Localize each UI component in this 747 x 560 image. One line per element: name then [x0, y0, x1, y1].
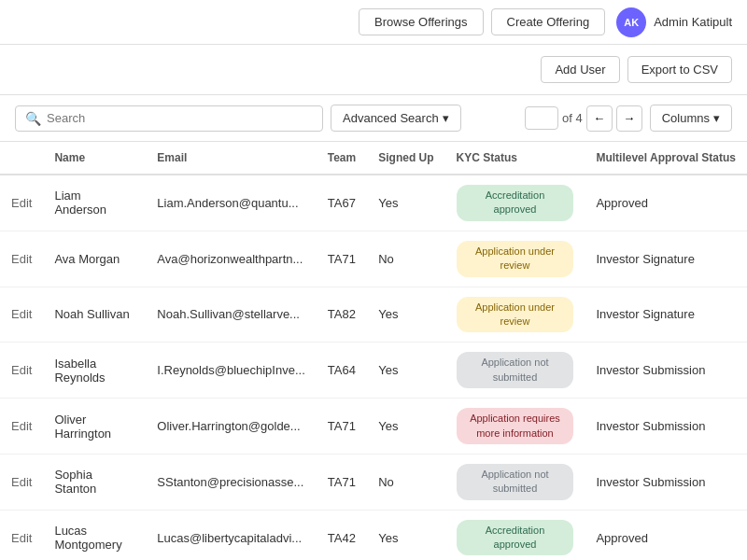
team-cell: TA71 [317, 231, 367, 287]
email-cell: Noah.Sullivan@stellarve... [146, 287, 316, 343]
signed-up-cell: Yes [367, 343, 444, 399]
kyc-status-cell: Accreditation approved [445, 510, 585, 560]
kyc-status-badge: Application under review [457, 241, 574, 277]
edit-cell: Edit [0, 231, 43, 287]
pagination: 1 of 4 ← → [525, 105, 642, 132]
email-cell: I.Reynolds@bluechipInve... [146, 343, 316, 399]
kyc-status-badge: Application not submitted [457, 352, 574, 388]
col-signed-up: Signed Up [367, 142, 444, 175]
edit-cell: Edit [0, 510, 43, 560]
email-cell: SStanton@precisionasse... [146, 454, 316, 510]
col-approval-status: Multilevel Approval Status [585, 142, 747, 175]
prev-page-button[interactable]: ← [586, 105, 613, 132]
edit-cell: Edit [0, 454, 43, 510]
kyc-status-badge: Application requires more information [457, 408, 574, 444]
add-user-button[interactable]: Add User [541, 56, 619, 83]
table-row: Edit Ava Morgan Ava@horizonwealthpartn..… [0, 231, 747, 287]
approval-status-cell: Investor Submission [585, 399, 747, 455]
name-cell: Liam Anderson [43, 175, 146, 231]
signed-up-cell: No [367, 454, 444, 510]
col-kyc-status: KYC Status [445, 142, 585, 175]
next-page-button[interactable]: → [616, 105, 642, 132]
table-row: Edit Liam Anderson Liam.Anderson@quantu.… [0, 175, 747, 231]
col-name: Name [43, 142, 146, 175]
edit-link[interactable]: Edit [11, 363, 32, 377]
kyc-status-cell: Application under review [445, 287, 585, 343]
approval-status-cell: Investor Submission [585, 454, 747, 510]
edit-cell: Edit [0, 287, 43, 343]
signed-up-cell: Yes [367, 287, 444, 343]
team-cell: TA71 [317, 399, 367, 455]
kyc-status-cell: Application requires more information [445, 399, 585, 455]
edit-link[interactable]: Edit [11, 531, 32, 545]
users-table: Name Email Team Signed Up KYC Status Mul… [0, 142, 747, 560]
edit-link[interactable]: Edit [11, 196, 32, 210]
team-cell: TA42 [317, 510, 367, 560]
edit-link[interactable]: Edit [11, 252, 32, 266]
search-icon: 🔍 [25, 111, 41, 126]
kyc-status-badge: Application under review [457, 297, 574, 333]
team-cell: TA71 [317, 454, 367, 510]
edit-link[interactable]: Edit [11, 475, 32, 489]
kyc-status-cell: Application not submitted [445, 454, 585, 510]
email-cell: Ava@horizonwealthpartn... [146, 231, 316, 287]
top-nav: Browse Offerings Create Offering AK Admi… [0, 0, 747, 45]
name-cell: Oliver Harrington [43, 399, 146, 455]
table-row: Edit Noah Sullivan Noah.Sullivan@stellar… [0, 287, 747, 343]
signed-up-cell: Yes [367, 175, 444, 231]
name-cell: Sophia Stanton [43, 454, 146, 510]
table-wrap: Name Email Team Signed Up KYC Status Mul… [0, 142, 747, 560]
team-cell: TA82 [317, 287, 367, 343]
approval-status-cell: Investor Signature [585, 231, 747, 287]
kyc-status-cell: Accreditation approved [445, 175, 585, 231]
signed-up-cell: Yes [367, 399, 444, 455]
edit-link[interactable]: Edit [11, 307, 32, 321]
table-row: Edit Oliver Harrington Oliver.Harrington… [0, 399, 747, 455]
edit-cell: Edit [0, 399, 43, 455]
table-header-row: Name Email Team Signed Up KYC Status Mul… [0, 142, 747, 175]
approval-status-cell: Approved [585, 510, 747, 560]
advanced-search-button[interactable]: Advanced Search [331, 105, 461, 132]
signed-up-cell: Yes [367, 510, 444, 560]
edit-link[interactable]: Edit [11, 419, 32, 433]
table-row: Edit Isabella Reynolds I.Reynolds@bluech… [0, 343, 747, 399]
edit-cell: Edit [0, 343, 43, 399]
kyc-status-cell: Application not submitted [445, 343, 585, 399]
email-cell: Liam.Anderson@quantu... [146, 175, 316, 231]
name-cell: Noah Sullivan [43, 287, 146, 343]
name-cell: Lucas Montgomery [43, 510, 146, 560]
columns-button[interactable]: Columns [650, 105, 732, 132]
name-cell: Ava Morgan [43, 231, 146, 287]
kyc-status-cell: Application under review [445, 231, 585, 287]
browse-offerings-button[interactable]: Browse Offerings [359, 8, 483, 35]
table-row: Edit Lucas Montgomery Lucas@libertycapit… [0, 510, 747, 560]
table-row: Edit Sophia Stanton SStanton@precisionas… [0, 454, 747, 510]
approval-status-cell: Approved [585, 175, 747, 231]
search-input[interactable] [47, 111, 313, 125]
name-cell: Isabella Reynolds [43, 343, 146, 399]
email-cell: Lucas@libertycapitaladvi... [146, 510, 316, 560]
col-team: Team [317, 142, 367, 175]
team-cell: TA67 [317, 175, 367, 231]
export-csv-button[interactable]: Export to CSV [627, 56, 732, 83]
approval-status-cell: Investor Submission [585, 343, 747, 399]
col-edit [0, 142, 43, 175]
create-offering-button[interactable]: Create Offering [491, 8, 606, 35]
approval-status-cell: Investor Signature [585, 287, 747, 343]
signed-up-cell: No [367, 231, 444, 287]
kyc-status-badge: Application not submitted [457, 464, 574, 500]
search-input-wrap: 🔍 [15, 105, 323, 132]
kyc-status-badge: Accreditation approved [457, 185, 574, 221]
edit-cell: Edit [0, 175, 43, 231]
page-total-label: of 4 [562, 111, 583, 125]
search-bar: 🔍 Advanced Search 1 of 4 ← → Columns [0, 95, 747, 142]
email-cell: Oliver.Harrington@golde... [146, 399, 316, 455]
avatar: AK [616, 7, 646, 37]
page-number-input[interactable]: 1 [525, 106, 558, 130]
admin-name-label: Admin Katipult [654, 15, 732, 29]
toolbar: Add User Export to CSV [0, 45, 747, 95]
col-email: Email [146, 142, 316, 175]
team-cell: TA64 [317, 343, 367, 399]
kyc-status-badge: Accreditation approved [457, 520, 574, 556]
